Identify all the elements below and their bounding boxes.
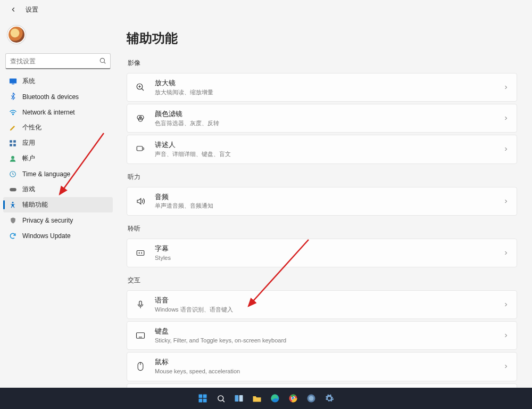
card-subtitle: Styles [155,254,503,261]
window-title: 设置 [26,5,38,14]
apps-icon [9,139,17,148]
svg-rect-19 [137,333,145,339]
update-icon [9,232,17,240]
svg-rect-6 [10,144,12,146]
taskbar [0,388,532,409]
card-title: 音频 [155,193,503,202]
search-box[interactable] [5,53,111,69]
taskbar-settings[interactable] [322,391,337,406]
card-title: 颜色滤镜 [155,110,503,119]
search-input[interactable] [5,53,111,69]
audio-icon [135,195,146,207]
nav-label: 应用 [22,138,35,148]
mouse-icon [135,361,146,372]
search-icon [99,57,106,64]
section-hearing: 听力 [128,173,517,182]
start-button[interactable] [195,391,210,406]
nav-label: 游戏 [22,185,35,194]
main-content: 辅助功能 影像 放大镜 放大镜阅读、缩放增量 颜色滤镜 色盲筛选器、灰度、反转 … [116,19,532,388]
clock-icon [9,170,17,178]
svg-rect-27 [235,395,239,402]
chevron-right-icon [503,198,509,204]
card-narrator[interactable]: 讲述人 声音、详细详细、键盘、盲文 [127,135,517,163]
person-icon [9,154,17,163]
taskbar-chrome[interactable] [286,391,301,406]
chevron-right-icon [503,84,509,91]
nav-system[interactable]: 系统 [3,73,113,89]
nav-label: Bluetooth & devices [22,93,79,101]
system-icon [9,77,17,86]
svg-rect-25 [203,399,207,403]
svg-rect-22 [199,395,203,398]
chevron-right-icon [503,363,509,370]
taskbar-search[interactable] [213,391,228,406]
section-interaction: 交互 [128,276,517,285]
microphone-icon [135,299,146,310]
taskbar-app[interactable] [304,391,319,406]
back-arrow-icon [10,6,17,13]
page-title: 辅助功能 [127,30,517,47]
nav-label: 个性化 [22,123,41,132]
taskbar-taskview[interactable] [231,391,246,406]
card-audio[interactable]: 音频 单声道音频、音频通知 [127,187,517,216]
chevron-right-icon [503,250,509,256]
gamepad-icon [9,185,17,194]
card-voice[interactable]: 语音 Windows 语音识别、语音键入 [127,290,517,319]
card-subtitle: Sticky, Filter, and Toggle keys, on-scre… [155,337,503,344]
accessibility-icon [9,201,17,209]
nav-label: Privacy & security [22,217,73,224]
section-vision: 影像 [128,59,517,68]
card-subtitle: 声音、详细详细、键盘、盲文 [155,150,503,158]
card-eye-control[interactable]: 目视控制 眼动追踪仪、文本到语音转换 [127,383,517,388]
svg-rect-28 [239,395,243,402]
card-subtitle: 单声道音频、音频通知 [155,202,503,209]
nav-label: Windows Update [22,232,71,240]
svg-rect-10 [10,187,16,191]
card-mouse[interactable]: 鼠标 Mouse keys, speed, acceleration [127,352,517,381]
card-title: 鼠标 [155,358,503,367]
back-button[interactable] [7,4,19,15]
card-title: 字幕 [155,244,503,253]
brush-icon [9,124,17,132]
svg-rect-17 [137,250,144,255]
section-listen: 聆听 [128,224,517,233]
nav-personalization[interactable]: 个性化 [3,120,113,135]
nav-network[interactable]: Network & internet [3,104,113,120]
svg-rect-2 [12,84,14,84]
magnifier-icon [135,81,146,93]
card-captions[interactable]: 字幕 Styles [127,239,517,267]
user-avatar[interactable] [7,26,26,44]
nav-privacy[interactable]: Privacy & security [3,212,113,228]
svg-rect-5 [13,140,16,143]
chevron-right-icon [503,301,509,308]
sidebar: 系统 Bluetooth & devices Network & interne… [0,19,116,388]
nav-label: Network & internet [22,109,75,116]
svg-rect-7 [13,144,16,146]
color-filters-icon [135,112,146,124]
captions-icon [135,247,146,259]
chevron-right-icon [503,332,509,339]
taskbar-explorer[interactable] [250,391,264,406]
card-keyboard[interactable]: 键盘 Sticky, Filter, and Toggle keys, on-s… [127,321,517,350]
card-magnifier[interactable]: 放大镜 放大镜阅读、缩放增量 [127,73,517,102]
nav-time-language[interactable]: Time & language [3,166,113,182]
narrator-icon [135,143,146,155]
taskbar-edge[interactable] [268,391,282,406]
nav-label: 系统 [22,77,35,86]
nav-windows-update[interactable]: Windows Update [3,228,113,243]
card-subtitle: 色盲筛选器、灰度、反转 [155,119,503,127]
nav-gaming[interactable]: 游戏 [3,182,113,197]
nav-bluetooth[interactable]: Bluetooth & devices [3,89,113,104]
nav-accounts[interactable]: 帐户 [3,151,113,166]
svg-point-11 [12,201,14,203]
svg-rect-4 [10,140,12,143]
shield-icon [9,216,17,225]
bluetooth-icon [9,93,17,101]
nav-label: 帐户 [22,154,35,163]
svg-rect-18 [139,301,142,305]
svg-point-0 [100,58,104,62]
card-title: 放大镜 [155,79,503,88]
card-color-filters[interactable]: 颜色滤镜 色盲筛选器、灰度、反转 [127,104,517,133]
nav-apps[interactable]: 应用 [3,135,113,151]
nav-accessibility[interactable]: 辅助功能 [3,197,113,212]
